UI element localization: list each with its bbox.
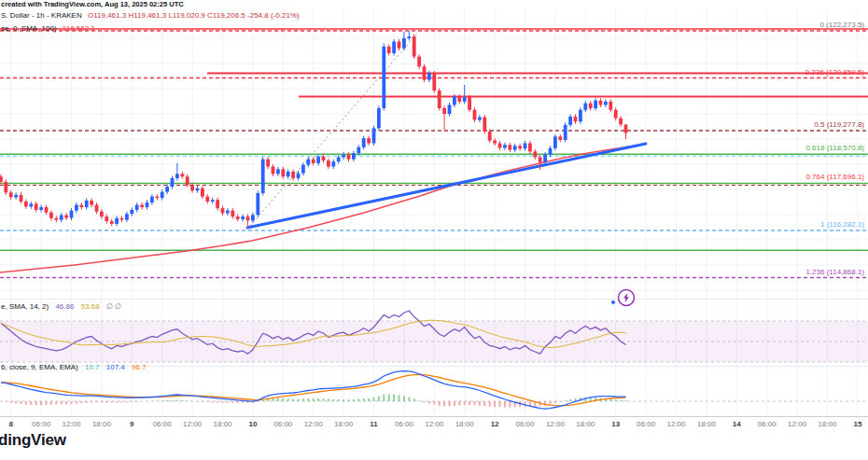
candle-body: [508, 145, 511, 149]
macd-hist-bar: [166, 400, 168, 401]
macd-hist-bar: [307, 398, 309, 401]
time-label: 18:00: [455, 420, 475, 428]
symbol-title: S. Dollar - 1h - KRAKEN: [1, 11, 82, 20]
rsi-legend[interactable]: e, SMA, 14, 2) 46.86 53.68 ∅ ∅: [1, 303, 121, 312]
symbol-legend[interactable]: S. Dollar - 1h - KRAKEN O119,461.3 H119,…: [1, 12, 300, 21]
macd-hist-bar: [348, 399, 350, 401]
tradingview-watermark[interactable]: dingView: [0, 432, 66, 450]
macd-hist-bar: [96, 401, 98, 402]
macd-hist-bar: [257, 401, 259, 402]
candle-body: [24, 202, 28, 206]
fib-label: 0.236 (120,859.5): [805, 68, 864, 77]
ma-legend[interactable]: se, 0, SMA, 100) 118,562.1: [1, 25, 95, 34]
candle-body: [301, 165, 305, 174]
candle-body: [161, 192, 164, 198]
time-label: 06:00: [153, 420, 173, 428]
macd-hist-bar: [71, 401, 73, 404]
macd-legend[interactable]: 6, close, 9, EMA, EMA) 10.7 107.4 96.7: [1, 364, 147, 372]
candle-body: [251, 215, 255, 220]
macd-signal-value: 96.7: [132, 363, 147, 371]
candle-body: [604, 102, 608, 105]
macd-hist-bar: [91, 401, 92, 402]
candle-body: [150, 197, 154, 202]
candle-body: [398, 42, 401, 49]
candle-body: [493, 141, 497, 144]
time-label: 12:00: [183, 420, 203, 428]
macd-hist-bar: [317, 398, 319, 401]
time-label: 12: [491, 420, 499, 428]
candle-body: [14, 195, 18, 198]
candle-body: [331, 161, 335, 166]
macd-hist-bar: [509, 401, 511, 408]
candle-body: [180, 174, 184, 176]
macd-hist-bar: [357, 399, 359, 401]
ohlc-values: O119,461.3 H119,461.3 L119,020.9 C119,20…: [88, 11, 300, 20]
candle-body: [568, 117, 572, 125]
macd-hist-bar: [504, 401, 506, 408]
macd-hist-bar: [368, 398, 370, 401]
macd-hist-bar: [222, 401, 224, 403]
macd-hist-bar: [242, 401, 244, 403]
candle-body: [423, 66, 427, 79]
candle-body: [155, 197, 159, 198]
macd-hist-bar: [499, 401, 501, 407]
macd-hist-bar: [206, 401, 208, 402]
macd-hist-bar: [479, 401, 481, 406]
candle-body: [498, 143, 502, 147]
macd-hist-bar: [35, 401, 37, 405]
candle-body: [488, 132, 492, 141]
candle-body: [609, 102, 612, 110]
candle-body: [402, 38, 406, 49]
candle-body: [171, 178, 175, 187]
candle-body: [362, 138, 366, 147]
candle-body: [413, 36, 416, 56]
candle-body: [105, 216, 108, 221]
credit-text: created with TradingView.com, Aug 13, 20…: [1, 1, 184, 8]
macd-hist-bar: [161, 400, 163, 401]
macd-hist-bar: [30, 401, 32, 405]
time-label: 10: [248, 420, 257, 428]
macd-hist-bar: [292, 399, 294, 401]
candle-body: [120, 218, 124, 220]
macd-hist-bar: [443, 401, 445, 406]
macd-hist-bar: [338, 399, 340, 401]
macd-hist-bar: [80, 401, 82, 403]
macd-hist-bar: [101, 401, 103, 402]
fib-label: 1.236 (114,868.1): [805, 268, 864, 276]
candle-body: [524, 143, 527, 148]
candle-body: [216, 200, 219, 208]
candle-body: [130, 210, 133, 214]
candle-body: [352, 153, 356, 159]
candle-body: [453, 96, 456, 105]
macd-hist-bar: [609, 399, 611, 401]
time-axis[interactable]: 806:0012:0018:00906:0012:0018:001006:001…: [8, 420, 861, 428]
candle-body: [115, 218, 119, 224]
candle-body: [246, 216, 250, 220]
candle-body: [558, 136, 562, 140]
macd-hist-bar: [55, 401, 57, 405]
macd-hist-bar: [217, 401, 218, 402]
macd-hist-bar: [231, 401, 233, 403]
candle-body: [90, 201, 93, 205]
macd-hist-bar: [428, 401, 430, 403]
time-label: 06:00: [273, 420, 293, 428]
candle-body: [483, 118, 486, 132]
macd-hist-bar: [302, 398, 304, 401]
macd-hist-bar: [424, 401, 426, 402]
candle-body: [549, 148, 553, 155]
macd-hist-bar: [126, 401, 128, 402]
sma-100-line: [0, 146, 629, 272]
macd-hist-bar: [86, 401, 88, 403]
candle-body: [54, 218, 58, 220]
macd-hist-bar: [363, 398, 365, 401]
macd-hist-bar: [494, 401, 496, 407]
macd-hist-bar: [105, 401, 107, 402]
ma-legend-label: se, 0, SMA, 100): [1, 24, 57, 33]
candle-body: [342, 155, 345, 158]
candle-body: [0, 176, 3, 182]
macd-hist-bar: [403, 396, 405, 401]
candle-body: [594, 101, 597, 108]
candle-body: [287, 172, 290, 176]
lightning-marker[interactable]: [611, 290, 635, 306]
chart-canvas[interactable]: 0 (122,273.5)0.236 (120,859.5)0.5 (119,2…: [0, 0, 868, 460]
